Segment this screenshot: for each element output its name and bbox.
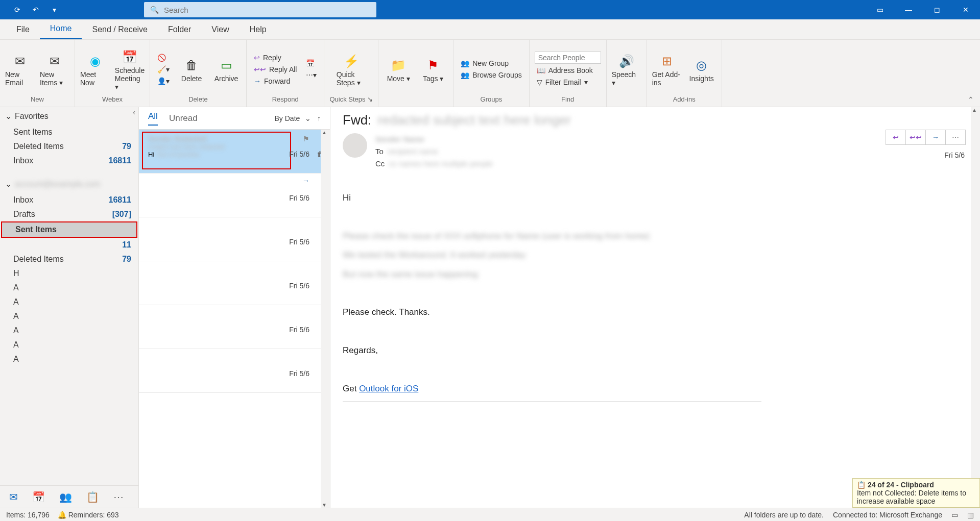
quick-steps-button[interactable]: ⚡Quick Steps ▾ (337, 52, 366, 87)
new-items-button[interactable]: ✉New Items ▾ (40, 52, 69, 87)
nav-inbox[interactable]: Inbox16811 (0, 193, 138, 207)
filter-email-button[interactable]: ▽Filter Email ▾ (535, 77, 601, 87)
forward-action[interactable]: → (925, 130, 946, 145)
flag-icon[interactable]: ⚑ (303, 135, 309, 143)
tab-send-receive[interactable]: Send / Receive (82, 19, 158, 39)
ribbon: ✉New Email ✉New Items ▾ New ◉Meet Now 📅S… (0, 40, 980, 107)
message-item[interactable]: Fri 5/6 (139, 305, 330, 349)
sender-avatar (343, 133, 367, 158)
nav-folder-a[interactable]: A (0, 281, 138, 295)
more-nav-icon[interactable]: ⋯ (113, 491, 124, 503)
nav-unnamed[interactable]: 11 (0, 238, 138, 252)
nav-drafts[interactable]: Drafts[307] (0, 207, 138, 221)
new-email-button[interactable]: ✉New Email (5, 52, 35, 87)
view-reading-icon[interactable]: ▥ (967, 511, 974, 519)
get-addins-button[interactable]: ⊞Get Add-ins (652, 52, 682, 87)
tab-help[interactable]: Help (240, 19, 277, 39)
people-icon[interactable]: 👥 (59, 491, 72, 503)
search-box[interactable]: 🔍 Search (144, 2, 376, 17)
outlook-ios-link[interactable]: Outlook for iOS (359, 384, 418, 393)
sort-button[interactable]: By Date ⌄ ↑ (275, 114, 321, 122)
to-label: To (375, 147, 384, 156)
ribbon-display-icon[interactable]: ▭ (866, 0, 894, 19)
qat-more-icon[interactable]: ▾ (49, 5, 59, 15)
filter-unread[interactable]: Unread (169, 113, 198, 123)
insights-button[interactable]: ◎Insights (687, 56, 716, 83)
tab-folder[interactable]: Folder (158, 19, 201, 39)
forward-button[interactable]: →Forward (252, 76, 299, 86)
cleanup-button[interactable]: 🧹▾ (155, 64, 172, 75)
nav-folder-a[interactable]: A (0, 352, 138, 366)
nav-folder-a[interactable]: A (0, 295, 138, 309)
group-label-delete: Delete (188, 95, 208, 107)
minimize-button[interactable]: — (894, 0, 923, 19)
browse-groups-button[interactable]: 👥Browse Groups (459, 70, 523, 80)
cc-label: Cc (375, 159, 385, 168)
nav-fav-deleted-items[interactable]: Deleted Items79 (0, 139, 138, 154)
move-button[interactable]: 📁Move ▾ (384, 56, 413, 83)
nav-folder-a[interactable]: A (0, 338, 138, 352)
message-item[interactable]: Fri 5/6 (139, 349, 330, 393)
delete-button[interactable]: 🗑Delete (177, 56, 206, 83)
message-item[interactable]: → Fri 5/6 (139, 173, 330, 217)
speech-button[interactable]: 🔊Speech ▾ (612, 52, 641, 87)
favorites-header[interactable]: ⌄Favorites (0, 107, 138, 125)
maximize-button[interactable]: ◻ (923, 0, 951, 19)
tags-button[interactable]: ⚑Tags ▾ (418, 56, 448, 83)
search-people-input[interactable] (535, 52, 601, 64)
more-respond-button[interactable]: ⋯▾ (304, 70, 319, 80)
message-list-scrollbar[interactable] (321, 130, 330, 508)
title-bar: ⟳ ↶ ▾ 🔍 Search ▭ — ◻ ✕ (0, 0, 980, 19)
insights-icon: ◎ (696, 56, 707, 75)
group-label-respond: Respond (272, 95, 299, 107)
reply-all-icon: ↩↩ (254, 65, 266, 73)
nav-fav-inbox[interactable]: Inbox16811 (0, 154, 138, 168)
reply-all-action[interactable]: ↩↩ (905, 130, 926, 145)
address-book-button[interactable]: 📖Address Book (535, 65, 601, 76)
reading-scrollbar[interactable] (971, 107, 980, 508)
close-button[interactable]: ✕ (951, 0, 980, 19)
undo-icon[interactable]: ↶ (31, 5, 41, 15)
message-item[interactable]: Fri 5/6 (139, 261, 330, 305)
forward-icon: → (254, 77, 261, 85)
tasks-icon[interactable]: 📋 (86, 491, 99, 503)
ignore-button[interactable]: 🚫 (155, 53, 172, 63)
schedule-meeting-button[interactable]: 📅Schedule Meeting ▾ (115, 48, 145, 91)
calendar-icon[interactable]: 📅 (32, 491, 45, 503)
group-plus-icon: 👥 (461, 59, 469, 67)
reply-action[interactable]: ↩ (886, 130, 906, 145)
more-actions[interactable]: ⋯ (945, 130, 966, 145)
filter-all[interactable]: All (148, 111, 158, 126)
mail-icon[interactable]: ✉ (9, 491, 18, 503)
message-date: Fri 5/6 (289, 282, 309, 290)
nav-folder-a[interactable]: A (0, 309, 138, 324)
junk-button[interactable]: 👤▾ (155, 76, 172, 86)
message-item[interactable]: Fri 5/6 (139, 217, 330, 261)
reply-all-button[interactable]: ↩↩Reply All (252, 64, 299, 75)
more-icon: ⋯▾ (306, 71, 317, 79)
collapse-ribbon-icon[interactable]: ⌃ (968, 95, 974, 104)
archive-button[interactable]: ▭Archive (211, 56, 241, 83)
nav-deleted-items[interactable]: Deleted Items79 (0, 252, 138, 266)
nav-folder-h[interactable]: H (0, 266, 138, 281)
tab-file[interactable]: File (6, 19, 40, 39)
meet-now-button[interactable]: ◉Meet Now (80, 52, 110, 87)
new-group-button[interactable]: 👥New Group (459, 58, 523, 68)
clipboard-icon: 📋 (857, 481, 866, 489)
account-header[interactable]: ⌄account@example.com (0, 175, 138, 193)
status-reminders[interactable]: 🔔 Reminders: 693 (58, 511, 119, 519)
tab-home[interactable]: Home (40, 19, 82, 39)
reply-button[interactable]: ↩Reply (252, 53, 299, 63)
status-items: Items: 16,796 (6, 511, 50, 519)
nav-fav-sent-items[interactable]: Sent Items (0, 125, 138, 139)
tab-view[interactable]: View (201, 19, 239, 39)
meeting-button[interactable]: 📅 (304, 58, 319, 68)
reply-icon: ↩ (254, 54, 260, 62)
message-item[interactable]: Sender Redacted subject text here redact… (139, 130, 330, 173)
status-bar: Items: 16,796 🔔 Reminders: 693 All folde… (0, 508, 980, 521)
collapse-nav-icon[interactable]: ‹ (133, 108, 135, 116)
nav-folder-a[interactable]: A (0, 324, 138, 338)
refresh-icon[interactable]: ⟳ (12, 5, 22, 15)
view-normal-icon[interactable]: ▭ (951, 511, 958, 519)
nav-sent-items[interactable]: Sent Items (2, 222, 136, 237)
